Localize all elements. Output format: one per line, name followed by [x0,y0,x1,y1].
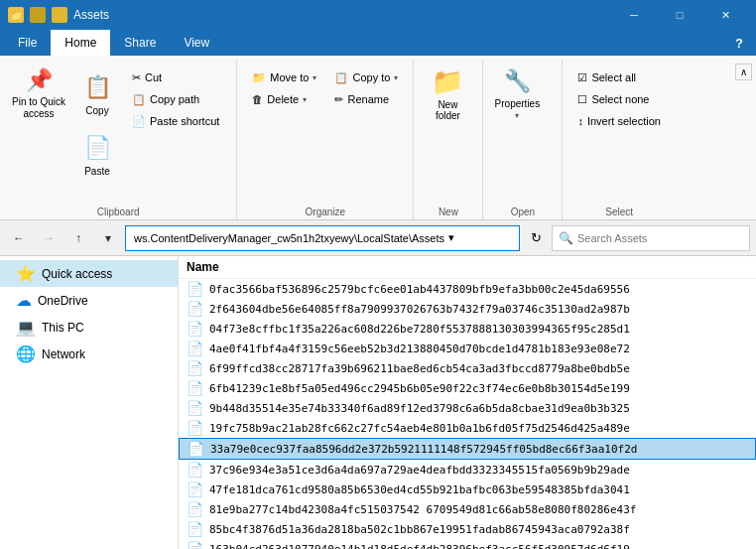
list-item[interactable]: 📄2f643604dbe56e64085ff8a7909937026763b74… [179,299,756,319]
file-icon: 📄 [187,380,203,396]
search-box: 🔍 [552,225,750,251]
rename-button[interactable]: ✏ Rename [327,89,405,109]
select-label: Select [563,206,675,217]
list-item[interactable]: 📄19fc758b9ac21ab28fc662c27fc54aeb4e801b0… [179,418,756,438]
maximize-button[interactable]: □ [657,0,702,30]
organize-label: Organize [237,206,413,217]
move-to-button[interactable]: 📁 Move to ▾ [245,68,323,87]
list-item[interactable]: 📄6fb41239c1e8bf5a05ed496cc2945b6b05e90f2… [179,378,756,398]
sidebar-item-quick-access[interactable]: ⭐ Quick access [0,260,178,287]
search-input[interactable] [577,232,743,244]
organize-content: 📁 Move to ▾ 🗑 Delete ▾ 📋 Copy to ▾ ✏ [245,64,405,125]
copy-to-dropdown-arrow: ▾ [394,73,398,82]
list-item[interactable]: 📄9b448d35514e35e74b33340f6ad89f12ed3798c… [179,398,756,418]
organize-group: 📁 Move to ▾ 🗑 Delete ▾ 📋 Copy to ▾ ✏ [237,60,414,219]
sidebar-item-onedrive[interactable]: ☁ OneDrive [0,287,178,314]
clipboard-extra: ✂ Cut 📋 Copy path 📄 Paste shortcut [125,64,226,200]
network-icon: 🌐 [16,344,36,363]
name-column-header[interactable]: Name [179,256,756,279]
move-dropdown-arrow: ▾ [313,73,316,82]
list-item[interactable]: 📄163b04cd263d1077940e14b1d18d5def4db2839… [179,539,756,549]
recent-locations-button[interactable]: ▾ [95,225,121,251]
close-button[interactable]: ✕ [702,0,748,30]
help-button[interactable]: ? [726,30,752,56]
sidebar-item-this-pc[interactable]: 💻 This PC [0,314,178,341]
file-icon: 📄 [187,321,203,337]
clipboard-small-buttons: 📋 Copy 📄 Paste [73,64,121,200]
cut-icon: ✂ [132,71,141,84]
copy-button[interactable]: 📋 Copy [73,64,121,123]
ribbon-collapse: ∧ [676,60,756,219]
up-button[interactable]: ↑ [65,225,91,251]
delete-dropdown-arrow: ▾ [303,95,307,104]
list-item[interactable]: 📄85bc4f3876d51a36da2818ba502c1bb867e1995… [179,519,756,539]
copy-to-button[interactable]: 📋 Copy to ▾ [327,68,405,87]
file-name: 4ae0f41fbf4a4f3159c56eeb52b3d213880450d7… [209,343,630,355]
path-text: ws.ContentDeliveryManager_cw5n1h2txyewy\… [134,232,444,244]
minimize-button[interactable]: ─ [611,0,657,30]
file-name: 33a79e0cec937faa8596dd2e372b5921111148f5… [210,443,637,456]
new-folder-icon: 📁 [432,67,463,97]
new-group: 📁 Newfolder New [414,60,483,219]
paste-icon: 📄 [81,132,113,164]
properties-dropdown-arrow: ▾ [515,111,519,120]
tab-share[interactable]: Share [110,30,170,56]
pin-icon: 📌 [23,67,55,94]
list-item[interactable]: 📄04f73e8cffbc1f35a226ac608d226be7280f553… [179,319,756,339]
list-item[interactable]: 📄47fe181dca761cd9580a85b6530ed4cd55b921b… [179,480,756,499]
list-item[interactable]: 📄37c96e934e3a51ce3d6a4da697a729ae4deafbd… [179,460,756,480]
select-all-button[interactable]: ☑ Select all [570,68,667,87]
properties-button[interactable]: 🔧 Properties ▾ [491,64,543,123]
invert-selection-button[interactable]: ↕ Invert selection [570,111,667,131]
pin-to-quick-access-button[interactable]: 📌 Pin to Quick access [8,64,69,123]
file-icon: 📄 [187,462,203,478]
sidebar-item-network[interactable]: 🌐 Network [0,341,178,367]
file-name: 04f73e8cffbc1f35a226ac608d226be7280f5537… [209,323,630,336]
search-icon: 🔍 [559,231,573,245]
title-bar-left: 📁 Assets [8,7,109,23]
list-item[interactable]: 📄6f99ffcd38cc28717fa39b696211bae8ed6cb54… [179,358,756,378]
new-folder-button[interactable]: 📁 Newfolder [422,64,473,123]
onedrive-icon: ☁ [16,291,32,310]
address-path-display[interactable]: ws.ContentDeliveryManager_cw5n1h2txyewy\… [125,225,520,251]
list-item[interactable]: 📄0fac3566baf536896c2579bcfc6ee01ab443780… [179,279,756,299]
refresh-button[interactable]: ↻ [524,225,548,251]
delete-button[interactable]: 🗑 Delete ▾ [245,89,323,109]
file-name: 47fe181dca761cd9580a85b6530ed4cd55b921ba… [209,483,630,496]
list-item[interactable]: 📄33a79e0cec937faa8596dd2e372b5921111148f… [179,438,756,460]
copy-icon: 📋 [81,71,113,103]
file-icon: 📄 [187,521,203,537]
select-none-button[interactable]: ☐ Select none [570,89,667,109]
rename-icon: ✏ [334,93,343,106]
file-icon: 📄 [187,501,203,517]
this-pc-label: This PC [42,321,84,335]
title-bar: 📁 Assets ─ □ ✕ [0,0,756,30]
back-button[interactable]: ← [6,225,32,251]
file-name: 37c96e934e3a51ce3d6a4da697a729ae4deafbdd… [209,464,630,477]
select-content: ☑ Select all ☐ Select none ↕ Invert sele… [570,64,667,147]
copy-to-icon: 📋 [334,71,348,84]
file-items-container: 📄0fac3566baf536896c2579bcfc6ee01ab443780… [179,279,756,549]
list-item[interactable]: 📄4ae0f41fbf4a4f3159c56eeb52b3d213880450d… [179,339,756,358]
tab-file[interactable]: File [4,30,51,56]
paste-shortcut-button[interactable]: 📄 Paste shortcut [125,111,226,131]
sidebar: ⭐ Quick access ☁ OneDrive 💻 This PC 🌐 Ne… [0,256,179,549]
properties-icon: 🔧 [501,67,533,96]
file-icon: 📄 [187,481,203,497]
file-name: 9b448d35514e35e74b33340f6ad89f12ed3798c6… [209,402,630,415]
list-item[interactable]: 📄81e9ba277c14bd42308a4fc515037542 670954… [179,499,756,519]
this-pc-icon: 💻 [16,318,36,337]
collapse-ribbon-button[interactable]: ∧ [735,64,752,80]
file-name: 0fac3566baf536896c2579bcfc6ee01ab4437809… [209,283,630,296]
select-group: ☑ Select all ☐ Select none ↕ Invert sele… [563,60,675,219]
tab-view[interactable]: View [170,30,223,56]
copy-path-button[interactable]: 📋 Copy path [125,89,226,109]
folder-icon-2 [30,7,46,23]
forward-button[interactable]: → [36,225,62,251]
open-label: Open [483,206,562,217]
file-name: 85bc4f3876d51a36da2818ba502c1bb867e19951… [209,523,630,536]
cut-button[interactable]: ✂ Cut [125,68,226,87]
tab-home[interactable]: Home [51,30,110,56]
select-all-icon: ☑ [577,71,587,84]
paste-button[interactable]: 📄 Paste [73,124,121,184]
